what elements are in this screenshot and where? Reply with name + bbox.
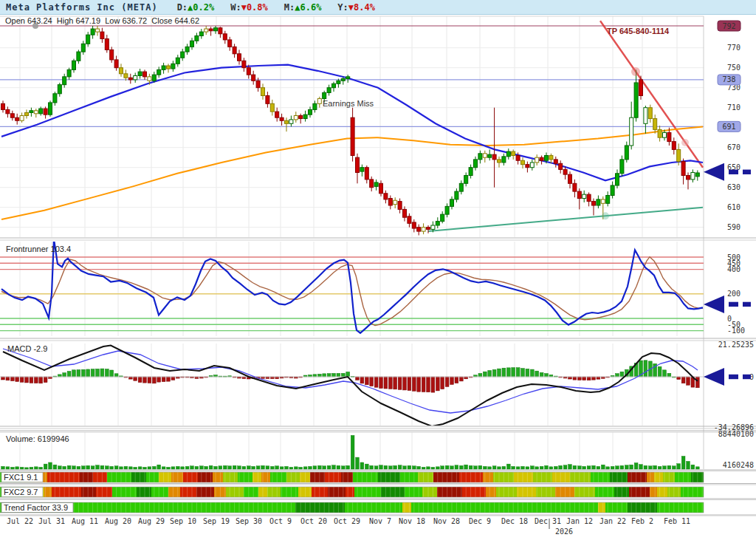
price-axis: 770750730710670650630610590792738691	[718, 21, 740, 231]
candle	[530, 163, 534, 168]
svg-text:Jul 22: Jul 22	[7, 517, 33, 525]
ticker-title: Meta Platforms Inc (META)	[6, 2, 158, 13]
candle	[346, 77, 350, 79]
trendline-teal	[428, 208, 703, 231]
high-label: High	[57, 16, 74, 25]
candle	[323, 92, 326, 98]
svg-text:FXC2 9.7: FXC2 9.7	[4, 488, 38, 496]
candle	[554, 160, 557, 163]
frontrunner-fast-line	[1, 239, 703, 333]
trading-chart-window: Meta Platforms Inc (META) D:▲0.2%W:▼0.8%…	[0, 0, 756, 543]
candle	[337, 81, 340, 83]
candle	[568, 174, 572, 183]
svg-text:Sep 19: Sep 19	[203, 517, 230, 525]
candle	[157, 69, 161, 75]
candle	[498, 160, 501, 163]
volume-label: Volume: 6199946	[6, 434, 69, 443]
candle	[205, 29, 208, 32]
candle	[261, 88, 265, 96]
close-label: Close	[151, 16, 172, 25]
svg-text:792: 792	[722, 22, 735, 30]
svg-text:Oct 29: Oct 29	[334, 517, 360, 525]
candle	[171, 64, 175, 69]
candle	[86, 35, 90, 44]
candle	[105, 39, 109, 50]
candle	[644, 108, 647, 124]
candle	[663, 132, 667, 137]
candle	[1, 103, 5, 109]
candle	[100, 32, 104, 38]
candle	[351, 117, 354, 155]
macd-signal-line	[3, 349, 698, 413]
svg-text:670: 670	[727, 143, 740, 151]
open-label: Open	[5, 16, 25, 25]
candle	[167, 66, 171, 69]
svg-text:Nov 28: Nov 28	[433, 517, 460, 525]
earnings-miss-annotation: Earnings Miss	[323, 99, 374, 108]
candle	[455, 191, 458, 199]
svg-text:Dec 31: Dec 31	[535, 517, 561, 525]
candle	[195, 36, 199, 41]
candle	[238, 54, 241, 61]
candle	[110, 49, 114, 60]
candle	[667, 132, 671, 141]
svg-text:88440100: 88440100	[718, 430, 754, 438]
svg-text:710: 710	[727, 103, 740, 112]
svg-text:Aug 29: Aug 29	[138, 517, 165, 525]
candle	[549, 156, 553, 160]
candle	[436, 222, 439, 225]
candle	[228, 40, 232, 47]
candle	[332, 83, 336, 87]
candle	[72, 61, 76, 69]
candle	[616, 174, 619, 185]
candle	[138, 72, 142, 75]
candle	[506, 151, 510, 157]
candle	[597, 199, 600, 205]
candle	[199, 32, 203, 35]
target-price-annotation: TP 645-840-1114	[607, 27, 670, 35]
candle	[441, 214, 444, 221]
low-label: Low	[105, 16, 120, 25]
resistance-trendline	[600, 21, 703, 167]
candle	[691, 172, 695, 179]
candle	[459, 183, 463, 191]
candle	[469, 168, 472, 176]
candle	[280, 117, 284, 120]
stat-m: M:▲6.6%	[284, 2, 322, 13]
candle	[526, 165, 529, 168]
performance-stats: D:▲0.2%W:▼0.8%M:▲6.6%Y:▼8.4%	[177, 2, 375, 13]
candle	[408, 216, 411, 223]
svg-text:21.25235: 21.25235	[718, 341, 754, 349]
candle	[606, 196, 610, 204]
candle	[96, 29, 100, 32]
candle	[247, 68, 250, 75]
svg-text:Trend Factor 33.9: Trend Factor 33.9	[4, 503, 68, 512]
svg-text:Sep 10: Sep 10	[170, 517, 196, 525]
svg-text:400: 400	[727, 265, 740, 273]
candle	[30, 111, 33, 113]
event-markers	[32, 23, 689, 219]
candle	[417, 228, 421, 231]
candle	[672, 142, 676, 150]
svg-text:Jan 12: Jan 12	[566, 517, 593, 525]
chart-canvas[interactable]: 7707507307106706506306105907927386915004…	[0, 0, 756, 543]
candle	[360, 168, 364, 171]
candle	[516, 156, 520, 161]
svg-text:630: 630	[727, 183, 740, 191]
candle	[687, 176, 690, 180]
candle	[128, 78, 132, 80]
candle	[219, 28, 222, 34]
svg-text:Feb 2: Feb 2	[631, 517, 653, 525]
candle	[502, 157, 506, 163]
candle	[611, 185, 614, 196]
volume-bars	[1, 435, 700, 469]
candle	[233, 47, 236, 53]
candle	[34, 111, 38, 114]
svg-text:-100: -100	[727, 327, 745, 335]
candle	[114, 60, 118, 68]
candle	[181, 52, 185, 58]
candle	[620, 160, 624, 174]
candle	[67, 69, 71, 76]
svg-text:200: 200	[727, 290, 740, 298]
candle	[427, 228, 430, 230]
